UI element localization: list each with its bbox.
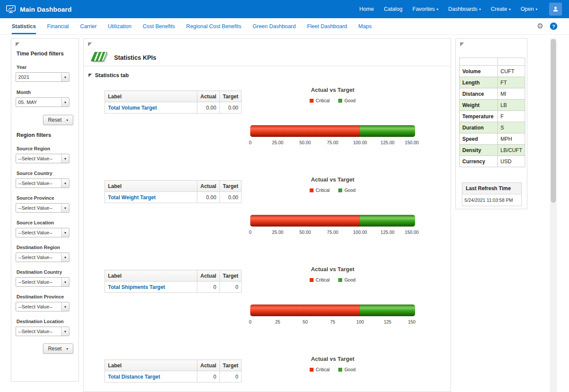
collapse-panel-icon[interactable]	[16, 42, 20, 46]
destination-location-select[interactable]: --Select Value-- ▼	[16, 327, 69, 336]
collapse-panel-icon[interactable]	[460, 42, 464, 46]
gauge-axis: 0 25.00 50.00 75.00 100.00 125.00 150.00	[250, 140, 415, 146]
chevron-down-icon[interactable]: ▼	[61, 98, 69, 107]
dashboard-tab-bar: Statistics Financial Carrier Utilization…	[0, 18, 569, 35]
tab-statistics[interactable]: Statistics	[12, 18, 36, 34]
nav-home[interactable]: Home	[360, 6, 374, 12]
legend-good-label: Good	[344, 277, 356, 282]
source-province-field: Source Province --Select Value-- ▼	[16, 195, 74, 213]
gauge-bar	[250, 305, 415, 316]
kpi-block-volume: Label Actual Target Total Volume Target …	[84, 85, 451, 175]
page-actions: ⚙ ?	[537, 18, 569, 34]
source-province-select[interactable]: --Select Value-- ▼	[16, 203, 69, 213]
chevron-down-icon[interactable]: ▼	[61, 154, 69, 163]
axis-tick: 25.00	[272, 230, 283, 235]
destination-region-select[interactable]: --Select Value-- ▼	[16, 253, 69, 262]
nav-open[interactable]: Open▾	[520, 6, 537, 12]
axis-tick: 150.00	[405, 140, 419, 145]
tab-financial[interactable]: Financial	[47, 18, 69, 34]
axis-tick: 125.00	[381, 140, 395, 145]
good-swatch	[338, 368, 342, 372]
tab-fleet-dashboard[interactable]: Fleet Dashboard	[307, 18, 347, 34]
vertical-scrollbar[interactable]	[550, 38, 557, 392]
gauge-good-segment	[360, 215, 415, 227]
reset-button-label: Reset	[48, 117, 62, 123]
kpi-link-total-distance-target[interactable]: Total Distance Target	[108, 374, 160, 380]
kpi-table-header-row: Label Actual Target	[105, 91, 242, 102]
kpi-link-total-volume-target[interactable]: Total Volume Target	[108, 105, 157, 111]
unit-name: Currency	[460, 156, 498, 167]
chevron-down-icon: ▾	[436, 7, 438, 11]
kpi-link-total-weight-target[interactable]: Total Weight Target	[108, 194, 156, 201]
chevron-down-icon[interactable]: ▼	[61, 278, 69, 286]
source-country-field: Source Country --Select Value-- ▼	[16, 171, 74, 188]
chevron-down-icon[interactable]: ▼	[61, 73, 69, 81]
chevron-down-icon: ▾	[509, 7, 510, 11]
gear-icon[interactable]: ⚙	[537, 23, 543, 30]
unit-name: Volume	[460, 66, 498, 77]
year-select[interactable]: 2021 ▼	[16, 72, 69, 82]
tab-carrier[interactable]: Carrier	[80, 18, 97, 34]
kpi-link-total-shipments-target[interactable]: Total Shipments Target	[108, 284, 165, 290]
kpi-header-actual: Actual	[197, 91, 220, 102]
reset-time-filters-button[interactable]: Reset ▾	[43, 115, 73, 125]
help-icon[interactable]: ?	[550, 23, 557, 30]
chevron-down-icon[interactable]: ▼	[61, 228, 69, 237]
nav-create[interactable]: Create▾	[491, 6, 511, 12]
select-value: --Select Value--	[16, 205, 61, 211]
chevron-down-icon[interactable]: ▼	[61, 327, 69, 336]
destination-province-select[interactable]: --Select Value-- ▼	[16, 302, 69, 311]
chevron-down-icon[interactable]: ▼	[61, 179, 69, 188]
kpi-block-weight: Label Actual Target Total Weight Target …	[84, 175, 451, 265]
kpi-actual-value: 0	[197, 282, 220, 293]
unit-name: Length	[460, 77, 498, 88]
chevron-down-icon[interactable]: ▼	[61, 253, 69, 262]
unit-name: Distance	[460, 88, 498, 100]
chevron-down-icon[interactable]: ▼	[61, 204, 69, 212]
nav-favorites[interactable]: Favorites▾	[412, 6, 438, 12]
nav-favorites-label: Favorites	[412, 6, 435, 12]
nav-catalog[interactable]: Catalog	[384, 6, 402, 12]
tab-green-dashboard[interactable]: Green Dashboard	[253, 18, 296, 34]
kpi-actual-value: 0.00	[197, 102, 220, 113]
chevron-down-icon[interactable]: ▼	[61, 302, 69, 311]
chart-legend: Critical Good	[250, 98, 415, 103]
units-table-header-row	[460, 58, 525, 66]
year-label: Year	[16, 65, 74, 70]
reset-region-filters-button[interactable]: Reset ▾	[43, 343, 73, 354]
tab-utilization[interactable]: Utilization	[108, 18, 131, 34]
source-location-field: Source Location --Select Value-- ▼	[16, 220, 74, 237]
destination-country-select[interactable]: --Select Value-- ▼	[16, 277, 69, 287]
destination-province-label: Destination Province	[16, 294, 74, 299]
gauge-bar	[250, 215, 415, 227]
nav-dashboards[interactable]: Dashboards▾	[448, 6, 481, 12]
scrollbar-thumb[interactable]	[551, 39, 556, 203]
source-location-select[interactable]: --Select Value-- ▼	[16, 228, 69, 237]
unit-name: Weight	[460, 100, 498, 111]
tab-cost-benefits[interactable]: Cost Benefits	[143, 18, 175, 34]
tab-maps[interactable]: Maps	[358, 18, 372, 34]
kpi-header-label: Label	[105, 270, 197, 282]
critical-swatch	[310, 99, 314, 103]
person-icon	[552, 6, 559, 13]
unit-row: CurrencyUSD	[460, 156, 525, 167]
chart-title: Actual vs Target	[250, 356, 415, 362]
source-region-select[interactable]: --Select Value-- ▼	[16, 154, 69, 163]
kpi-table: Label Actual Target Total Shipments Targ…	[105, 270, 242, 293]
axis-tick: 150.00	[405, 230, 419, 235]
unit-row: DistanceMI	[460, 88, 525, 100]
statistics-tab-section-toggle[interactable]: Statistics tab	[88, 72, 129, 78]
axis-tick: 0	[249, 140, 252, 145]
kpi-header-label: Label	[105, 91, 197, 102]
source-country-select[interactable]: --Select Value-- ▼	[16, 178, 69, 188]
month-select[interactable]: 05. MAY ▼	[16, 97, 69, 107]
gauge-axis: 0 25.00 50.00 75.00 100.00 125.00 150.00	[250, 230, 415, 236]
user-avatar[interactable]	[549, 3, 562, 16]
kpi-icon	[91, 52, 108, 63]
axis-tick: 150	[408, 319, 416, 324]
tab-regional-cost-benefits[interactable]: Regional Cost Benefits	[186, 18, 241, 34]
kpi-table: Label Actual Target Total Volume Target …	[105, 91, 242, 113]
kpi-table-header-row: Label Actual Target	[105, 270, 242, 282]
chart-title: Actual vs Target	[250, 87, 415, 93]
top-bar: Main Dashboard Home Catalog Favorites▾ D…	[0, 0, 569, 18]
